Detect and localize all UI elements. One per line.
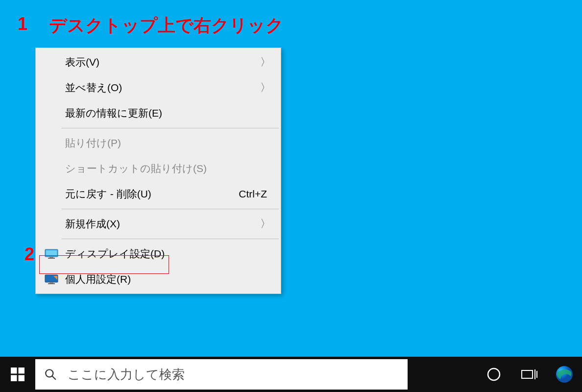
search-icon — [44, 368, 57, 381]
menu-separator — [61, 209, 279, 209]
svg-rect-14 — [522, 370, 533, 378]
task-view-button[interactable] — [511, 357, 547, 392]
menu-item-undo-delete[interactable]: 元に戻す - 削除(U) Ctrl+Z — [37, 181, 280, 207]
task-view-icon — [521, 368, 537, 381]
search-placeholder-text: ここに入力して検索 — [68, 366, 185, 383]
cortana-button[interactable] — [476, 357, 511, 392]
menu-shortcut: Ctrl+Z — [239, 188, 267, 200]
menu-label: 個人用設定(R) — [60, 272, 271, 286]
svg-rect-6 — [48, 283, 55, 284]
menu-item-view[interactable]: 表示(V) 〉 — [37, 49, 280, 75]
menu-item-new[interactable]: 新規作成(X) 〉 — [37, 211, 280, 237]
svg-point-13 — [488, 368, 500, 380]
menu-separator — [61, 128, 279, 128]
menu-label: 貼り付け(P) — [60, 136, 271, 150]
menu-label: 最新の情報に更新(E) — [60, 106, 271, 120]
taskbar-search-box[interactable]: ここに入力して検索 — [35, 359, 408, 390]
menu-item-sort[interactable]: 並べ替え(O) 〉 — [37, 75, 280, 100]
menu-label: 表示(V) — [60, 55, 260, 69]
menu-item-paste-shortcut: ショートカットの貼り付け(S) — [37, 156, 280, 181]
chevron-right-icon: 〉 — [260, 55, 271, 70]
menu-label: 新規作成(X) — [60, 217, 260, 231]
svg-rect-7 — [11, 368, 17, 374]
svg-rect-3 — [48, 258, 55, 259]
taskbar: ここに入力して検索 — [0, 357, 582, 392]
svg-rect-9 — [11, 375, 17, 382]
menu-item-personalize[interactable]: 個人用設定(R) — [37, 267, 280, 292]
start-button[interactable] — [0, 357, 35, 392]
display-icon — [43, 249, 60, 259]
annotation-step-1-number: 1 — [18, 14, 27, 34]
menu-item-paste: 貼り付け(P) — [37, 130, 280, 156]
menu-label: ショートカットの貼り付け(S) — [60, 162, 271, 175]
menu-item-display-settings[interactable]: ディスプレイ設定(D) — [37, 241, 280, 267]
menu-item-refresh[interactable]: 最新の情報に更新(E) — [37, 100, 280, 126]
annotation-step-2-number: 2 — [24, 244, 34, 265]
menu-separator — [61, 239, 279, 239]
personalize-icon — [43, 274, 60, 284]
chevron-right-icon: 〉 — [260, 80, 271, 95]
svg-point-11 — [46, 369, 53, 377]
chevron-right-icon: 〉 — [260, 217, 271, 231]
menu-label: ディスプレイ設定(D) — [60, 247, 271, 261]
svg-rect-5 — [49, 282, 53, 283]
menu-label: 元に戻す - 削除(U) — [60, 187, 239, 201]
svg-rect-1 — [46, 250, 57, 256]
edge-browser-button[interactable] — [547, 357, 582, 392]
annotation-step-1-text: デスクトップ上で右クリック — [49, 14, 284, 38]
svg-rect-10 — [19, 375, 25, 382]
edge-icon — [555, 365, 574, 384]
svg-line-12 — [52, 376, 56, 380]
windows-logo-icon — [11, 368, 24, 381]
menu-label: 並べ替え(O) — [60, 81, 260, 95]
svg-rect-8 — [19, 368, 25, 374]
svg-rect-2 — [49, 257, 53, 258]
cortana-icon — [486, 367, 501, 382]
desktop-context-menu: 表示(V) 〉 並べ替え(O) 〉 最新の情報に更新(E) 貼り付け(P) ショ… — [35, 48, 281, 294]
